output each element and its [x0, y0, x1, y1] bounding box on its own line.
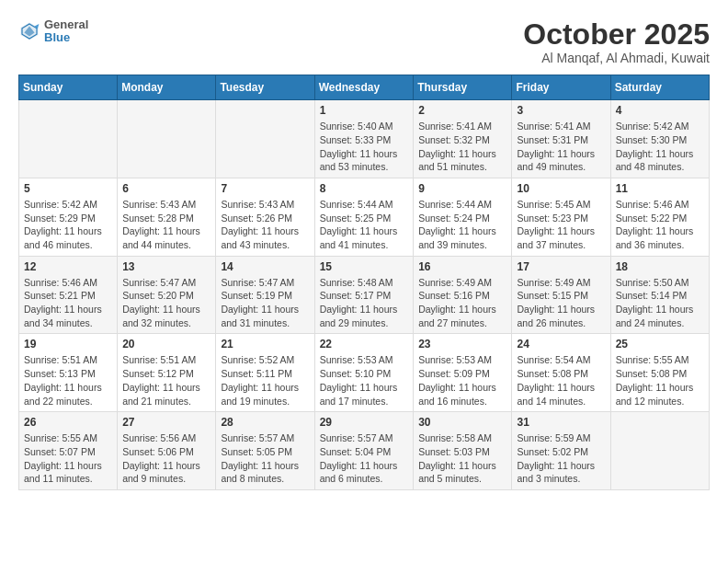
weekday-header-thursday: Thursday	[414, 75, 512, 100]
day-number: 15	[320, 260, 409, 273]
day-info: Sunrise: 5:44 AM Sunset: 5:25 PM Dayligh…	[320, 198, 409, 252]
calendar-cell	[610, 412, 709, 490]
day-info: Sunrise: 5:52 AM Sunset: 5:11 PM Dayligh…	[221, 353, 309, 408]
calendar-cell: 17Sunrise: 5:49 AM Sunset: 5:15 PM Dayli…	[512, 256, 610, 334]
day-info: Sunrise: 5:42 AM Sunset: 5:29 PM Dayligh…	[24, 198, 112, 252]
title-section: October 2025 Al Manqaf, Al Ahmadi, Kuwai…	[523, 18, 710, 65]
day-number: 4	[616, 104, 704, 117]
day-number: 17	[517, 260, 605, 273]
day-number: 18	[616, 260, 704, 273]
weekday-header-row: SundayMondayTuesdayWednesdayThursdayFrid…	[19, 75, 710, 100]
day-info: Sunrise: 5:43 AM Sunset: 5:28 PM Dayligh…	[122, 198, 210, 252]
calendar-cell: 29Sunrise: 5:57 AM Sunset: 5:04 PM Dayli…	[314, 412, 414, 490]
calendar-cell	[216, 100, 314, 178]
calendar-cell: 8Sunrise: 5:44 AM Sunset: 5:25 PM Daylig…	[314, 178, 414, 256]
calendar-cell: 31Sunrise: 5:59 AM Sunset: 5:02 PM Dayli…	[512, 412, 610, 490]
day-number: 6	[122, 182, 210, 195]
week-row-5: 26Sunrise: 5:55 AM Sunset: 5:07 PM Dayli…	[19, 412, 710, 490]
day-number: 16	[418, 260, 506, 273]
calendar-cell: 9Sunrise: 5:44 AM Sunset: 5:24 PM Daylig…	[414, 178, 512, 256]
calendar-cell: 26Sunrise: 5:55 AM Sunset: 5:07 PM Dayli…	[19, 412, 118, 490]
day-number: 21	[221, 338, 309, 350]
logo: General Blue	[18, 18, 88, 45]
day-number: 1	[320, 104, 409, 117]
month-title: October 2025	[523, 18, 710, 51]
calendar-cell: 20Sunrise: 5:51 AM Sunset: 5:12 PM Dayli…	[118, 334, 216, 412]
day-number: 23	[418, 338, 506, 350]
calendar-cell: 25Sunrise: 5:55 AM Sunset: 5:08 PM Dayli…	[610, 334, 709, 412]
week-row-2: 5Sunrise: 5:42 AM Sunset: 5:29 PM Daylig…	[19, 178, 710, 256]
calendar-cell: 2Sunrise: 5:41 AM Sunset: 5:32 PM Daylig…	[414, 100, 512, 178]
day-number: 27	[122, 416, 210, 429]
calendar-cell: 30Sunrise: 5:58 AM Sunset: 5:03 PM Dayli…	[414, 412, 512, 490]
day-number: 9	[418, 182, 506, 195]
day-number: 20	[122, 338, 210, 350]
day-info: Sunrise: 5:46 AM Sunset: 5:21 PM Dayligh…	[24, 276, 112, 330]
calendar-cell: 18Sunrise: 5:50 AM Sunset: 5:14 PM Dayli…	[610, 256, 709, 334]
day-number: 25	[616, 338, 704, 350]
calendar-cell: 11Sunrise: 5:46 AM Sunset: 5:22 PM Dayli…	[610, 178, 709, 256]
day-info: Sunrise: 5:59 AM Sunset: 5:02 PM Dayligh…	[517, 431, 605, 486]
location-subtitle: Al Manqaf, Al Ahmadi, Kuwait	[523, 51, 710, 65]
day-number: 3	[517, 104, 605, 117]
day-number: 2	[418, 104, 506, 117]
day-info: Sunrise: 5:58 AM Sunset: 5:03 PM Dayligh…	[418, 431, 506, 486]
calendar-cell: 16Sunrise: 5:49 AM Sunset: 5:16 PM Dayli…	[414, 256, 512, 334]
day-number: 19	[24, 338, 112, 350]
calendar-cell: 21Sunrise: 5:52 AM Sunset: 5:11 PM Dayli…	[216, 334, 314, 412]
weekday-header-sunday: Sunday	[19, 75, 118, 100]
day-info: Sunrise: 5:46 AM Sunset: 5:22 PM Dayligh…	[616, 198, 704, 252]
day-info: Sunrise: 5:57 AM Sunset: 5:04 PM Dayligh…	[320, 431, 409, 486]
day-info: Sunrise: 5:47 AM Sunset: 5:19 PM Dayligh…	[221, 276, 309, 330]
calendar-cell: 1Sunrise: 5:40 AM Sunset: 5:33 PM Daylig…	[314, 100, 414, 178]
page-header: General Blue October 2025 Al Manqaf, Al …	[18, 18, 710, 65]
calendar-cell: 5Sunrise: 5:42 AM Sunset: 5:29 PM Daylig…	[19, 178, 118, 256]
day-info: Sunrise: 5:41 AM Sunset: 5:31 PM Dayligh…	[517, 120, 605, 174]
calendar-cell: 19Sunrise: 5:51 AM Sunset: 5:13 PM Dayli…	[19, 334, 118, 412]
calendar-cell: 23Sunrise: 5:53 AM Sunset: 5:09 PM Dayli…	[414, 334, 512, 412]
calendar-cell: 7Sunrise: 5:43 AM Sunset: 5:26 PM Daylig…	[216, 178, 314, 256]
day-number: 5	[24, 182, 112, 195]
logo-icon	[18, 20, 40, 42]
week-row-4: 19Sunrise: 5:51 AM Sunset: 5:13 PM Dayli…	[19, 334, 710, 412]
calendar-cell: 10Sunrise: 5:45 AM Sunset: 5:23 PM Dayli…	[512, 178, 610, 256]
calendar-cell: 22Sunrise: 5:53 AM Sunset: 5:10 PM Dayli…	[314, 334, 414, 412]
day-info: Sunrise: 5:48 AM Sunset: 5:17 PM Dayligh…	[320, 276, 409, 330]
day-info: Sunrise: 5:56 AM Sunset: 5:06 PM Dayligh…	[122, 431, 210, 486]
calendar-cell: 13Sunrise: 5:47 AM Sunset: 5:20 PM Dayli…	[118, 256, 216, 334]
day-info: Sunrise: 5:42 AM Sunset: 5:30 PM Dayligh…	[616, 120, 704, 174]
day-info: Sunrise: 5:43 AM Sunset: 5:26 PM Dayligh…	[221, 198, 309, 252]
weekday-header-tuesday: Tuesday	[216, 75, 314, 100]
day-number: 26	[24, 416, 112, 429]
day-info: Sunrise: 5:40 AM Sunset: 5:33 PM Dayligh…	[320, 120, 409, 174]
weekday-header-friday: Friday	[512, 75, 610, 100]
day-number: 13	[122, 260, 210, 273]
day-number: 10	[517, 182, 605, 195]
calendar-cell: 27Sunrise: 5:56 AM Sunset: 5:06 PM Dayli…	[118, 412, 216, 490]
day-info: Sunrise: 5:51 AM Sunset: 5:13 PM Dayligh…	[24, 353, 112, 408]
calendar-cell: 12Sunrise: 5:46 AM Sunset: 5:21 PM Dayli…	[19, 256, 118, 334]
calendar-cell: 15Sunrise: 5:48 AM Sunset: 5:17 PM Dayli…	[314, 256, 414, 334]
weekday-header-wednesday: Wednesday	[314, 75, 414, 100]
day-info: Sunrise: 5:44 AM Sunset: 5:24 PM Dayligh…	[418, 198, 506, 252]
calendar-cell: 28Sunrise: 5:57 AM Sunset: 5:05 PM Dayli…	[216, 412, 314, 490]
day-info: Sunrise: 5:57 AM Sunset: 5:05 PM Dayligh…	[221, 431, 309, 486]
weekday-header-saturday: Saturday	[610, 75, 709, 100]
day-number: 8	[320, 182, 409, 195]
day-info: Sunrise: 5:55 AM Sunset: 5:08 PM Dayligh…	[616, 353, 704, 408]
day-number: 7	[221, 182, 309, 195]
day-number: 22	[320, 338, 409, 350]
day-info: Sunrise: 5:49 AM Sunset: 5:16 PM Dayligh…	[418, 276, 506, 330]
day-info: Sunrise: 5:54 AM Sunset: 5:08 PM Dayligh…	[517, 353, 605, 408]
day-info: Sunrise: 5:45 AM Sunset: 5:23 PM Dayligh…	[517, 198, 605, 252]
day-number: 28	[221, 416, 309, 429]
day-info: Sunrise: 5:47 AM Sunset: 5:20 PM Dayligh…	[122, 276, 210, 330]
logo-text: General Blue	[44, 18, 88, 45]
day-number: 12	[24, 260, 112, 273]
day-number: 24	[517, 338, 605, 350]
day-number: 30	[418, 416, 506, 429]
weekday-header-monday: Monday	[118, 75, 216, 100]
day-number: 31	[517, 416, 605, 429]
day-info: Sunrise: 5:41 AM Sunset: 5:32 PM Dayligh…	[418, 120, 506, 174]
day-info: Sunrise: 5:50 AM Sunset: 5:14 PM Dayligh…	[616, 276, 704, 330]
